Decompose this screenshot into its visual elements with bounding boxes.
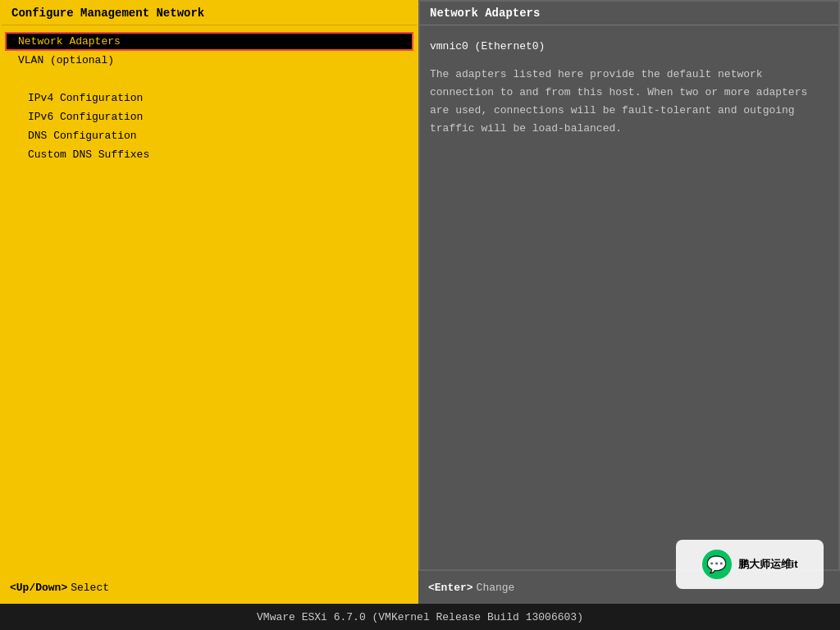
menu-item-spacer — [5, 70, 413, 89]
enter-action: Change — [477, 582, 515, 594]
menu-item-ipv6[interactable]: IPv6 Configuration — [5, 107, 413, 126]
menu-item-dns[interactable]: DNS Configuration — [5, 126, 413, 145]
menu-item-network-adapters[interactable]: Network Adapters — [5, 32, 413, 51]
wechat-icon: 💬 — [706, 555, 727, 575]
footer-text: VMware ESXi 6.7.0 (VMKernel Release Buil… — [257, 611, 583, 623]
adapter-name: vmnic0 (Ethernet0) — [430, 39, 829, 56]
left-panel: Configure Management Network Network Ada… — [0, 0, 418, 571]
screen: Configure Management Network Network Ada… — [0, 0, 840, 630]
watermark-text: 鹏大师运维it — [738, 557, 798, 572]
right-panel-content: vmnic0 (Ethernet0) The adapters listed h… — [420, 25, 838, 151]
right-panel-title: Network Adapters — [420, 2, 838, 25]
enter-key: <Enter> — [428, 582, 473, 594]
watermark-icon: 💬 — [702, 550, 732, 579]
footer: VMware ESXi 6.7.0 (VMKernel Release Buil… — [0, 604, 840, 630]
bottom-left: <Up/Down> Select — [0, 582, 418, 594]
watermark: 💬 鹏大师运维it — [676, 540, 824, 589]
up-down-action: Select — [71, 582, 109, 594]
left-panel-title: Configure Management Network — [2, 2, 417, 25]
up-down-key: <Up/Down> — [10, 582, 67, 594]
menu-item-ipv4[interactable]: IPv4 Configuration — [5, 89, 413, 107]
main-area: Configure Management Network Network Ada… — [0, 0, 840, 571]
menu-item-custom-dns[interactable]: Custom DNS Suffixes — [5, 145, 413, 164]
left-menu: Network Adapters VLAN (optional) IPv4 Co… — [2, 25, 417, 569]
right-panel: Network Adapters vmnic0 (Ethernet0) The … — [418, 0, 840, 571]
adapter-description: The adapters listed here provide the def… — [430, 66, 829, 138]
menu-item-vlan[interactable]: VLAN (optional) — [5, 51, 413, 70]
